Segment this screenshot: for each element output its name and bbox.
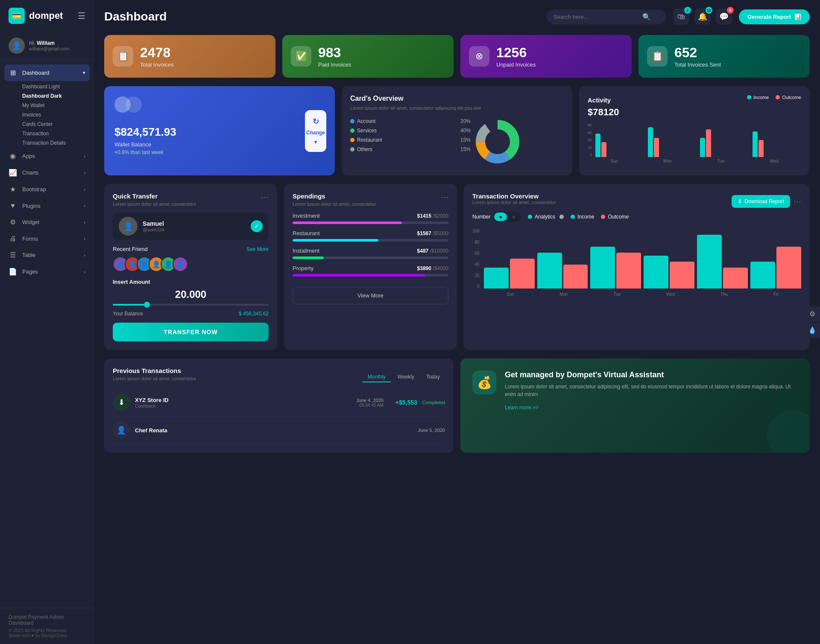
big-bar-income-wed <box>644 256 668 288</box>
nav-item-apps[interactable]: ◉ Apps › <box>0 148 94 164</box>
spending-restaurant-label: Restaurant <box>293 230 320 236</box>
big-bar-outcome-mon <box>563 265 588 288</box>
co-label-services: Services <box>357 128 377 134</box>
download-report-button[interactable]: ⬇ Download Report <box>732 195 790 208</box>
chevron-right-icon4: › <box>84 203 85 208</box>
quick-transfer-card: Quick Transfer Lorem ipsum dolor sit ame… <box>104 184 277 350</box>
paid-invoices-icon: ✅ <box>291 46 311 67</box>
slider-thumb <box>144 302 150 308</box>
tx-date-2: June 5, 2020 <box>418 428 445 433</box>
chevron-right-icon5: › <box>84 220 85 225</box>
nav-item-forms[interactable]: 🖨 Forms › <box>0 230 94 247</box>
bar-income-tue <box>700 138 705 157</box>
restaurant-progress <box>293 239 448 242</box>
bag-button[interactable]: 🛍 2 <box>673 9 689 25</box>
user-section: 👤 Hi, William william@gmail.com <box>0 32 94 60</box>
float-theme-button[interactable]: 💧 <box>805 323 820 338</box>
spending-restaurant-header: Restaurant $1567 /$5000 <box>293 230 448 236</box>
tx-amount-1: +$5,553 <box>395 399 417 406</box>
spending-investment-header: Investment $1415 /$2000 <box>293 213 448 219</box>
co-label-restaurant: Restaurant <box>357 137 382 143</box>
sub-dashboard-dark[interactable]: Dashboard Dark <box>0 91 94 101</box>
page-title: Dashboard <box>104 10 167 23</box>
toggle-on[interactable]: ● <box>494 213 507 221</box>
transfer-name: Samuel <box>143 220 164 227</box>
forms-icon: 🖨 <box>9 235 17 242</box>
nav-item-charts[interactable]: 📈 Charts › <box>0 164 94 181</box>
x-label-tue: Tue <box>614 292 621 297</box>
bar-group-mon <box>648 127 697 157</box>
more-icon[interactable]: ⋯ <box>261 192 269 202</box>
total-invoices-info: 2478 Total Invoices <box>140 45 174 68</box>
to-subtitle: Lorem ipsum dolor sit amet, consectetur <box>472 200 556 205</box>
nav-item-bootstrap[interactable]: ★ Bootstrap › <box>0 181 94 198</box>
amount-slider[interactable] <box>113 304 269 306</box>
big-chart-area: Sun Mon Tue Wed Thu Fri <box>484 229 801 297</box>
transaction-overview-card: Transaction Overview Lorem ipsum dolor s… <box>464 184 810 350</box>
view-more-button[interactable]: View More <box>293 287 448 304</box>
tab-weekly[interactable]: Weekly <box>392 372 419 382</box>
generate-report-button[interactable]: Generate Report 📊 <box>739 9 810 24</box>
co-pct-restaurant: 15% <box>460 137 471 143</box>
main-content: Dashboard 🔍 🛍 2 🔔 12 💬 8 Generate Report… <box>94 0 820 644</box>
chevron-right-icon3: › <box>84 187 85 192</box>
tab-monthly[interactable]: Monthly <box>363 372 391 382</box>
spendings-more-icon[interactable]: ⋯ <box>441 192 448 202</box>
label-mon: Mon <box>663 159 671 163</box>
nav-item-widget[interactable]: ⚙ Widget › <box>0 214 94 230</box>
chevron-right-icon8: › <box>84 269 85 274</box>
change-button[interactable]: ↻ Change ▾ <box>305 110 326 152</box>
sub-cards-center[interactable]: Cards Center <box>0 119 94 129</box>
spending-property-amount: $3890 /$4000 <box>417 265 448 271</box>
chat-button[interactable]: 💬 8 <box>716 9 732 25</box>
search-input[interactable] <box>554 14 639 20</box>
outcome-filter-dot <box>601 215 605 219</box>
number-toggle[interactable]: ● ○ <box>493 212 521 222</box>
paid-invoices-number: 983 <box>318 45 351 61</box>
filter-income: Income <box>571 214 594 220</box>
sent-invoices-number: 652 <box>674 45 721 61</box>
va-learn-more-link[interactable]: Learn more >> <box>505 405 539 411</box>
sub-transaction-details[interactable]: Transaction Details <box>0 138 94 148</box>
co-item-others: Others 15% <box>350 146 471 152</box>
sent-invoices-label: Total Invoices Sent <box>674 61 721 68</box>
stat-card-unpaid-invoices: ⊗ 1256 Unpaid Invoices <box>460 35 632 78</box>
activity-bars <box>595 127 801 157</box>
bar-outcome-sun <box>601 142 606 157</box>
nav-item-dashboard[interactable]: ⊞ Dashboard ▾ <box>4 64 90 81</box>
nav-item-table[interactable]: ☰ Table › <box>0 247 94 263</box>
see-more-link[interactable]: See More <box>246 246 269 252</box>
income-legend: Income <box>747 95 769 100</box>
widget-icon: ⚙ <box>9 218 17 226</box>
nav-item-pages[interactable]: 📄 Pages › <box>0 263 94 280</box>
amount-display: 20.000 <box>113 288 269 300</box>
transfer-avatar: 👤 <box>119 217 138 236</box>
apps-icon: ◉ <box>9 152 17 160</box>
wallet-circles <box>114 96 325 113</box>
toggle-off[interactable]: ○ <box>507 213 520 221</box>
sidebar-footer: Dompet Payment Admin Dashboard © 2021 Al… <box>0 608 94 644</box>
hamburger-icon[interactable]: ☰ <box>78 11 85 21</box>
chevron-down-icon-change: ▾ <box>314 139 317 145</box>
bell-button[interactable]: 🔔 12 <box>694 9 711 25</box>
plugins-icon: ♥ <box>9 202 17 210</box>
nav-item-plugins[interactable]: ♥ Plugins › <box>0 198 94 214</box>
tx-date-info-1: June 4, 2020 05:34:45 AM <box>356 398 384 408</box>
sub-transaction[interactable]: Transaction <box>0 129 94 138</box>
to-more-icon[interactable]: ⋯ <box>794 197 801 206</box>
sub-invoices[interactable]: Invoices <box>0 110 94 119</box>
spending-investment: Investment $1415 /$2000 <box>293 213 448 224</box>
tab-today[interactable]: Today <box>421 372 445 382</box>
sub-my-wallet[interactable]: My Wallet <box>0 101 94 110</box>
property-progress <box>293 274 448 277</box>
bar-group-wed <box>753 131 802 157</box>
transfer-now-button[interactable]: TRANSFER NOW <box>113 323 269 341</box>
float-settings-button[interactable]: ⚙ <box>805 306 820 322</box>
tx-info-2: Chef Renata <box>135 427 167 434</box>
big-bar-income-tue <box>590 247 615 288</box>
y-axis-to: 100806040200 <box>472 229 480 288</box>
big-bar-group-sun <box>484 259 535 288</box>
sub-dashboard-light[interactable]: Dashboard Light <box>0 82 94 91</box>
co-pct-services: 40% <box>460 128 471 134</box>
big-bar-group-tue <box>590 247 641 288</box>
